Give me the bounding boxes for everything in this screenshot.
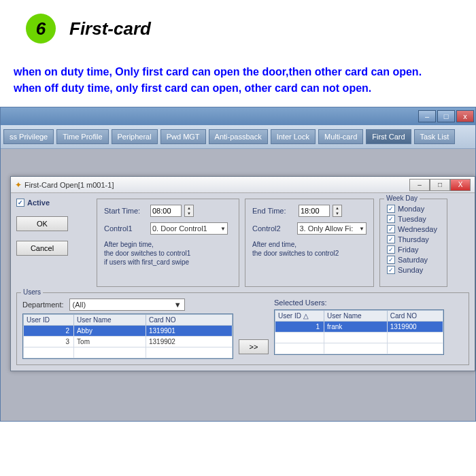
dialog-close-button[interactable]: X <box>450 179 471 191</box>
table-header[interactable]: User ID △ <box>275 311 324 322</box>
tab-inter-lock[interactable]: Inter Lock <box>271 129 316 144</box>
start-fieldset: Start Time: ▲▼ Control1 0. Door Control1… <box>97 199 239 287</box>
main-area: ✦ First-Card Open[1 m001-1] – □ X ✓ Acti… <box>1 149 475 421</box>
users-legend: Users <box>21 288 43 296</box>
table-row[interactable]: 1frank1319900 <box>275 322 443 333</box>
weekday-label: Saturday <box>398 256 428 264</box>
weekday-checkbox-saturday[interactable]: ✓ <box>387 256 395 264</box>
dialog-min-button[interactable]: – <box>409 179 430 191</box>
end-time-input[interactable] <box>299 205 330 217</box>
selected-users-label: Selected Users: <box>274 299 444 307</box>
step-number: 6 <box>26 14 56 44</box>
table-row[interactable]: 3Tom1319902 <box>24 337 233 347</box>
department-select[interactable]: (All)▼ <box>69 299 185 311</box>
table-header[interactable]: User ID <box>24 315 74 326</box>
active-label: Active <box>27 199 50 207</box>
control1-select[interactable]: 0. Door Control1▼ <box>150 222 228 235</box>
dialog-icon: ✦ <box>15 180 22 190</box>
outer-titlebar: – □ x <box>1 107 475 125</box>
cancel-button[interactable]: Cancel <box>16 241 68 256</box>
weekday-label: Tuesday <box>398 215 426 223</box>
weekday-checkbox-monday[interactable]: ✓ <box>387 205 395 213</box>
dialog-title: First-Card Open[1 m001-1] <box>24 181 114 189</box>
tab-first-card[interactable]: First Card <box>366 129 411 144</box>
control2-select[interactable]: 3. Only Allow Fi:▼ <box>297 222 367 235</box>
weekday-label: Thursday <box>398 235 429 243</box>
control1-label: Control1 <box>104 224 148 233</box>
table-header[interactable]: Card NO <box>387 311 443 322</box>
table-row <box>24 347 233 358</box>
tab-multi-card[interactable]: Multi-card <box>318 129 363 144</box>
weekday-checkbox-tuesday[interactable]: ✓ <box>387 215 395 223</box>
move-right-button[interactable]: >> <box>239 339 269 354</box>
control2-label: Control2 <box>252 224 294 233</box>
weekday-legend: Week Day <box>384 194 420 202</box>
weekday-checkbox-sunday[interactable]: ✓ <box>387 266 395 274</box>
users-fieldset: Users Department: (All)▼ User IDUser Nam… <box>16 292 469 365</box>
tab-anti-passback[interactable]: Anti-passback <box>209 129 268 144</box>
end-time-spinner[interactable]: ▲▼ <box>333 205 342 217</box>
first-card-dialog: ✦ First-Card Open[1 m001-1] – □ X ✓ Acti… <box>10 176 475 371</box>
start-hint: After begin time,the door switches to co… <box>104 240 232 267</box>
outer-min-button[interactable]: – <box>418 110 436 122</box>
description: when on duty time, Only first card can o… <box>0 64 476 107</box>
department-label: Department: <box>22 301 64 309</box>
start-time-input[interactable] <box>150 205 182 217</box>
outer-close-button[interactable]: x <box>456 110 474 122</box>
ok-button[interactable]: OK <box>16 216 68 231</box>
weekday-checkbox-thursday[interactable]: ✓ <box>387 235 395 243</box>
tab-pwd-mgt[interactable]: Pwd MGT <box>160 129 206 144</box>
tab-task-list[interactable]: Task List <box>414 129 456 144</box>
end-fieldset: End Time: ▲▼ Control2 3. Only Allow Fi:▼… <box>245 199 374 287</box>
weekday-label: Friday <box>398 245 419 254</box>
table-header[interactable]: User Name <box>74 315 146 326</box>
table-header[interactable]: User Name <box>324 311 388 322</box>
active-checkbox[interactable]: ✓ <box>16 199 24 207</box>
app-window: – □ x ss PrivilegeTime ProfilePeripheral… <box>0 107 476 422</box>
weekday-label: Monday <box>398 205 424 213</box>
start-time-spinner[interactable]: ▲▼ <box>184 205 194 217</box>
weekday-fieldset: Week Day ✓Monday✓Tuesday✓Wednesday✓Thurs… <box>379 199 447 287</box>
weekday-label: Sunday <box>398 266 423 274</box>
tab-time-profile[interactable]: Time Profile <box>56 129 108 144</box>
start-time-label: Start Time: <box>104 207 148 215</box>
outer-max-button[interactable]: □ <box>437 110 455 122</box>
tab-ss-privilege[interactable]: ss Privilege <box>3 129 54 144</box>
tab-peripheral[interactable]: Peripheral <box>112 129 158 144</box>
table-row[interactable]: 2Abby1319901 <box>24 326 233 337</box>
end-time-label: End Time: <box>252 207 296 215</box>
table-header[interactable]: Card NO <box>146 315 232 326</box>
table-row <box>275 343 443 354</box>
selected-users-table[interactable]: User ID △User NameCard NO1frank1319900 <box>274 309 444 355</box>
end-hint: After end time,the door switches to cont… <box>252 240 367 258</box>
available-users-table[interactable]: User IDUser NameCard NO2Abby13199013Tom1… <box>22 313 233 359</box>
weekday-checkbox-friday[interactable]: ✓ <box>387 245 395 254</box>
weekday-label: Wednesday <box>398 225 437 233</box>
table-row <box>275 333 443 343</box>
toolbar: ss PrivilegeTime ProfilePeripheralPwd MG… <box>1 125 475 149</box>
dialog-titlebar: ✦ First-Card Open[1 m001-1] – □ X <box>11 177 475 193</box>
dialog-max-button[interactable]: □ <box>430 179 450 191</box>
step-title: First-card <box>69 18 151 39</box>
weekday-checkbox-wednesday[interactable]: ✓ <box>387 225 395 233</box>
